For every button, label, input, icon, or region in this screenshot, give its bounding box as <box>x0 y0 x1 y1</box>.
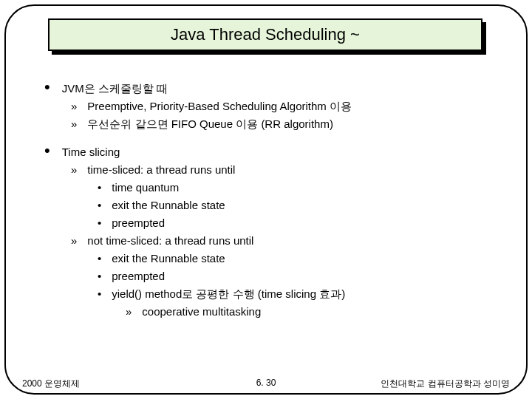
bullet-2-ts-3: • preempted <box>98 214 502 232</box>
slide-title: Java Thread Scheduling ~ <box>171 25 360 44</box>
bullet-2-ts-3-text: preempted <box>112 214 165 232</box>
bullet-2-nts-2: • preempted <box>98 267 502 285</box>
slide-content: • JVM은 스케줄링할 때 » Preemptive, Priority-Ba… <box>44 74 502 321</box>
dot-icon: • <box>44 80 50 98</box>
slide-footer: 2000 운영체제 6. 30 인천대학교 컴퓨터공학과 성미영 <box>0 378 532 390</box>
bullet-1-sub-1: » Preemptive, Priority-Based Scheduling … <box>71 98 502 115</box>
bullet-2-ts-2: • exit the Runnable state <box>98 197 502 214</box>
bullet-1: • JVM은 스케줄링할 때 <box>44 80 502 98</box>
bullet-2-nts-3: • yield() method로 공평한 수행 (time slicing 효… <box>98 285 502 303</box>
footer-left: 2000 운영체제 <box>22 378 80 390</box>
bullet-2-ts-1-text: time quantum <box>112 179 179 197</box>
dot-icon: • <box>44 143 50 161</box>
bullet-2-nts-1-text: exit the Runnable state <box>112 250 225 267</box>
bullet-2-nts-2-text: preempted <box>112 267 165 285</box>
bullet-1-sub-2: » 우선순위 같으면 FIFO Queue 이용 (RR algorithm) <box>71 115 502 133</box>
small-dot-icon: • <box>98 179 101 197</box>
small-dot-icon: • <box>98 285 101 303</box>
raquo-icon: » <box>71 98 77 115</box>
footer-right: 인천대학교 컴퓨터공학과 성미영 <box>381 378 510 390</box>
bullet-2-text: Time slicing <box>62 143 120 161</box>
small-dot-icon: • <box>98 197 101 214</box>
bullet-2-nts-sub-text: cooperative multitasking <box>142 303 261 321</box>
small-dot-icon: • <box>98 267 101 285</box>
bullet-1-sub-1-text: Preemptive, Priority-Based Scheduling Al… <box>87 98 352 115</box>
bullet-2-ts-2-text: exit the Runnable state <box>112 197 225 214</box>
bullet-2-ts: » time-sliced: a thread runs until <box>71 161 502 179</box>
bullet-1-sub-2-text: 우선순위 같으면 FIFO Queue 이용 (RR algorithm) <box>87 115 333 133</box>
bullet-1-text: JVM은 스케줄링할 때 <box>62 80 168 98</box>
small-dot-icon: • <box>98 214 101 232</box>
small-dot-icon: • <box>98 250 101 267</box>
bullet-2-ts-text: time-sliced: a thread runs until <box>87 161 235 179</box>
bullet-2-nts-3-text: yield() method로 공평한 수행 (time slicing 효과) <box>112 285 345 303</box>
bullet-2-nts: » not time-sliced: a thread runs until <box>71 232 502 250</box>
raquo-icon: » <box>71 115 77 133</box>
raquo-icon: » <box>126 303 132 321</box>
footer-center: 6. 30 <box>256 378 276 388</box>
bullet-2-nts-sub: » cooperative multitasking <box>126 303 502 321</box>
title-box: Java Thread Scheduling ~ <box>48 18 482 51</box>
bullet-2: • Time slicing <box>44 143 502 161</box>
bullet-2-nts-1: • exit the Runnable state <box>98 250 502 267</box>
bullet-2-nts-text: not time-sliced: a thread runs until <box>87 232 253 250</box>
raquo-icon: » <box>71 161 77 179</box>
raquo-icon: » <box>71 232 77 250</box>
bullet-2-ts-1: • time quantum <box>98 179 502 197</box>
